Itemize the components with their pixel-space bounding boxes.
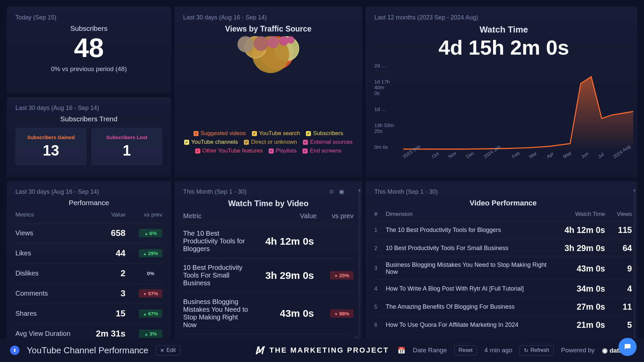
row-index: 2 — [374, 245, 386, 251]
refresh-button[interactable]: ↻ Refresh — [520, 345, 553, 356]
brand-label: M̸ THE MARKETING PROJECT — [255, 345, 389, 356]
scrollbar[interactable] — [634, 189, 635, 341]
gained-box[interactable]: Subscribers Gained 13 — [15, 128, 87, 166]
legend-item[interactable]: ✓Suggested videos — [194, 130, 246, 137]
metric-value: 44 — [89, 248, 129, 258]
bubble-chart[interactable] — [183, 36, 354, 130]
metric-name: Avg View Duration — [15, 330, 89, 338]
watch-time-value: 34m 0s — [555, 284, 605, 294]
watch-time-value: 3h 29m 0s — [555, 243, 605, 253]
x-tick: May — [562, 150, 572, 159]
views-value: 11 — [605, 302, 632, 312]
watch-time-value: 27m 0s — [555, 302, 605, 312]
col-prev: vs prev — [317, 212, 354, 220]
video-title: The 10 Best Productivity Tools for Blogg… — [183, 230, 256, 253]
settings-icon[interactable]: ⊙ — [329, 188, 334, 195]
table-row[interactable]: 2 10 Best Productivity Tools For Small B… — [374, 239, 632, 257]
checkbox-icon: ✓ — [252, 131, 257, 136]
image-icon[interactable]: ▣ — [339, 188, 344, 195]
legend-item[interactable]: ✓YouTube search — [252, 130, 300, 137]
card-title: Performance — [15, 199, 162, 207]
scrollbar[interactable] — [359, 189, 360, 341]
col-views: Views — [605, 211, 632, 218]
table-row[interactable]: Comments 3 57% — [15, 283, 162, 303]
subscribers-value: 48 — [15, 35, 162, 61]
legend-item[interactable]: ✓Direct or unknown — [244, 139, 297, 145]
table-row[interactable]: Business Blogging Mistakes You Need to S… — [183, 292, 354, 334]
table-row[interactable]: 10 Best Productivity Tools For Small Bus… — [183, 258, 354, 292]
y-tick: 1d 17h 40m 0s — [374, 79, 403, 96]
video-title: Business Blogging Mistakes You Need to S… — [386, 261, 555, 276]
date-range-button[interactable]: Date Range — [413, 347, 447, 354]
subscribers-trend-card: Last 30 days (Aug 16 - Sep 14) Subscribe… — [7, 97, 171, 178]
edit-button[interactable]: ✕ Edit — [156, 345, 180, 356]
card-title: Subscribers Trend — [15, 115, 162, 123]
comparison-text: 0% vs previous period (48) — [15, 65, 162, 73]
watch-time-chart[interactable]: 2d …1d 17h 40m 0s1d …13h 53m 20s0m 0s 20… — [374, 63, 633, 160]
legend-item[interactable]: ✓End screens — [303, 147, 341, 154]
row-index: 1 — [374, 227, 386, 233]
delta-badge: 67% — [129, 309, 162, 318]
x-tick: Oct — [431, 151, 440, 160]
table-row[interactable]: 5 The Amazing Benefits Of Blogging For B… — [374, 298, 632, 316]
delta-badge: 88% — [317, 309, 354, 318]
table-row[interactable]: Shares 15 67% — [15, 303, 162, 323]
video-performance-card: This Month (Sep 1 - 30) Video Performanc… — [366, 181, 637, 345]
table-row[interactable]: Dislikes 2 0% — [15, 263, 162, 283]
video-title: 10 Best Productivity Tools For Small Bus… — [183, 264, 256, 287]
lost-label: Subscribers Lost — [95, 134, 159, 140]
y-tick: 2d … — [374, 63, 403, 68]
card-title: Views by Traffic Source — [183, 24, 354, 34]
table-row[interactable]: 4 How To Write A Blog Post With Rytr AI … — [374, 280, 632, 298]
page-title: YouTube Channel Performance — [27, 345, 148, 356]
table-row[interactable]: 6 How To Use Quora For Affiliate Marketi… — [374, 316, 632, 334]
y-tick: 13h 53m 20s — [374, 122, 403, 134]
app-logo-icon[interactable]: ⬍ — [10, 346, 19, 355]
calendar-icon[interactable]: 📅 — [397, 347, 406, 354]
legend-label: YouTube channels — [191, 139, 238, 145]
legend-item[interactable]: ✓Other YouTube features — [195, 147, 263, 154]
period-label: Today (Sep 15) — [15, 14, 162, 21]
watch-time-value: 43m 0s — [555, 264, 605, 274]
x-tick: Jul — [597, 152, 605, 159]
delta-badge: 3% — [129, 329, 162, 338]
reset-button[interactable]: Reset — [454, 345, 477, 355]
card-title: Subscribers — [15, 24, 162, 33]
legend-item[interactable]: ✓Playlists — [269, 147, 297, 154]
table-row[interactable]: The 10 Best Productivity Tools for Blogg… — [183, 224, 354, 258]
legend-label: Suggested videos — [201, 130, 246, 137]
watch-time-value: 4h 12m 0s — [555, 225, 605, 235]
legend-label: External sources — [310, 139, 353, 145]
col-watch-time: Watch Time — [555, 211, 605, 218]
legend-item[interactable]: ✓External sources — [303, 139, 353, 145]
watch-time-by-video-card: ⊙ ▣ This Month (Sep 1 - 30) Watch Time b… — [174, 181, 362, 345]
watch-time-value: 43m 0s — [256, 308, 317, 319]
table-row[interactable]: 3 Business Blogging Mistakes You Need to… — [374, 257, 632, 280]
legend-item[interactable]: ✓YouTube channels — [184, 139, 238, 145]
table-row[interactable]: Likes 44 29% — [15, 243, 162, 263]
vperf-rows: 1 The 10 Best Productivity Tools for Blo… — [374, 221, 632, 345]
gained-value: 13 — [19, 142, 83, 159]
checkbox-icon: ✓ — [194, 131, 199, 136]
col-metric: Metric — [183, 212, 263, 220]
table-row[interactable]: Views 658 6% — [15, 223, 162, 243]
subscribers-card: Today (Sep 15) Subscribers 48 0% vs prev… — [7, 7, 171, 94]
lost-box[interactable]: Subscribers Lost 1 — [91, 128, 162, 166]
video-title: How To Use Quora For Affiliate Marketing… — [386, 321, 555, 328]
x-tick: Feb — [511, 150, 521, 160]
watch-time-value: 4d 15h 2m 0s — [374, 36, 633, 59]
row-index: 3 — [374, 265, 386, 272]
metric-name: Dislikes — [15, 269, 89, 277]
y-axis: 2d …1d 17h 40m 0s1d …13h 53m 20s0m 0s — [374, 63, 403, 160]
legend-item[interactable]: ✓Subscribers — [306, 130, 343, 137]
metric-value: 3 — [89, 288, 129, 299]
table-row[interactable]: 1 The 10 Best Productivity Tools for Blo… — [374, 221, 632, 239]
card-title: Video Performance — [374, 199, 632, 207]
delta-badge: 6% — [129, 229, 162, 237]
chat-fab-button[interactable] — [619, 338, 637, 356]
legend-label: End screens — [310, 147, 341, 154]
period-label: Last 12 months (2023 Sep - 2024 Aug) — [374, 14, 633, 21]
col-value: Value — [263, 212, 317, 220]
period-label: Last 30 days (Aug 16 - Sep 14) — [15, 105, 162, 112]
metric-value: 15 — [89, 308, 129, 319]
